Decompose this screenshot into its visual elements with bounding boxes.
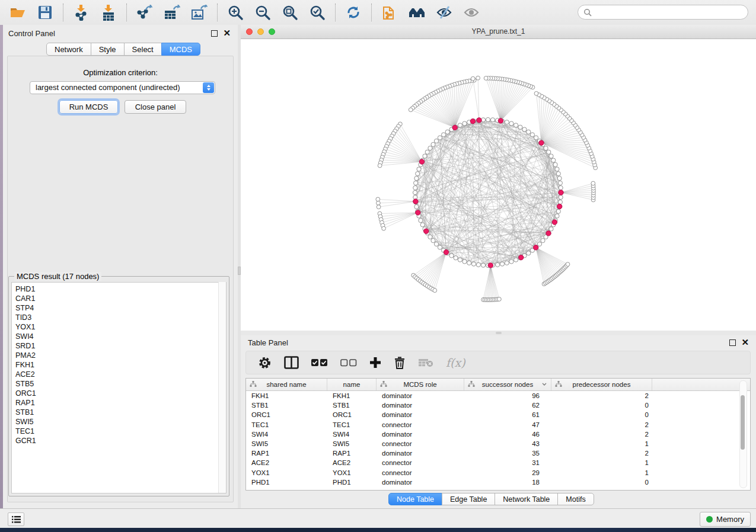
table-row[interactable]: STB1STB1dominator620 (246, 400, 750, 410)
table-cell: SWI5 (327, 440, 377, 447)
close-panel-icon[interactable]: ✕ (741, 339, 749, 345)
tab-edge-table[interactable]: Edge Table (442, 493, 495, 505)
refresh-layout-icon[interactable] (344, 4, 362, 21)
tab-network[interactable]: Network (46, 43, 91, 56)
hide-selected-icon[interactable] (435, 4, 453, 21)
network-graph[interactable] (241, 39, 756, 331)
close-window-icon[interactable] (246, 28, 253, 35)
mcds-result-item[interactable]: CAR1 (15, 294, 226, 303)
mcds-result-item[interactable]: ORC1 (15, 389, 226, 398)
mcds-list-scrollbar[interactable] (218, 282, 226, 493)
export-network-icon[interactable] (136, 4, 154, 21)
task-history-button[interactable] (8, 512, 24, 526)
table-row[interactable]: ACE2ACE2connector311 (246, 458, 750, 467)
add-column-icon[interactable] (369, 357, 381, 368)
maximize-window-icon[interactable] (269, 28, 275, 35)
mcds-result-item[interactable]: SRD1 (15, 341, 226, 351)
table-cell: connector (377, 440, 464, 447)
table-row[interactable]: YOX1YOX1connector291 (246, 468, 750, 477)
float-window-icon[interactable] (211, 30, 218, 37)
column-header-shared-name[interactable]: shared name (246, 379, 327, 390)
close-panel-icon[interactable]: ✕ (223, 30, 231, 36)
mcds-result-item[interactable]: TEC1 (15, 427, 226, 436)
mcds-result-item[interactable]: ACE2 (15, 370, 226, 379)
table-row[interactable]: ORC1ORC1dominator610 (246, 410, 750, 419)
float-window-icon[interactable] (729, 339, 736, 346)
mcds-result-item[interactable]: FKH1 (15, 360, 226, 370)
table-row[interactable]: TEC1TEC1connector472 (246, 420, 750, 430)
deselect-all-icon[interactable] (340, 358, 357, 367)
mcds-result-item[interactable]: RAP1 (15, 398, 226, 408)
close-panel-button[interactable]: Close panel (125, 100, 186, 114)
export-table-icon[interactable] (163, 4, 181, 21)
table-row[interactable]: FKH1FKH1dominator962 (246, 391, 750, 400)
zoom-out-icon[interactable] (254, 4, 272, 21)
table-settings-gear-icon[interactable] (258, 356, 272, 370)
tab-select[interactable]: Select (124, 43, 162, 56)
table-cell: TEC1 (327, 421, 377, 428)
mcds-result-item[interactable]: SWI4 (15, 332, 226, 341)
mcds-result-item[interactable]: PMA2 (15, 351, 226, 360)
column-header-MCDS-role[interactable]: MCDS role (377, 379, 464, 390)
zoom-in-icon[interactable] (227, 4, 244, 21)
tab-style[interactable]: Style (91, 43, 125, 56)
mcds-result-item[interactable]: YOX1 (15, 322, 226, 332)
delete-column-trash-icon[interactable] (394, 356, 406, 369)
mcds-result-list[interactable]: PHD1CAR1STP4TID3YOX1SWI4SRD1PMA2FKH1ACE2… (11, 282, 227, 493)
search-network-icon[interactable] (408, 4, 426, 21)
zoom-selected-icon[interactable] (308, 4, 326, 21)
mcds-result-item[interactable]: TID3 (15, 313, 226, 322)
show-hidden-icon[interactable] (462, 4, 480, 21)
tab-node-table[interactable]: Node Table (388, 493, 442, 505)
save-session-icon[interactable] (36, 4, 54, 21)
scrollbar-thumb[interactable] (741, 395, 745, 450)
table-cell: ACE2 (246, 459, 327, 466)
network-search-field[interactable] (578, 5, 748, 20)
network-canvas[interactable] (241, 39, 756, 331)
table-panel-title: Table Panel (241, 338, 288, 347)
column-header-name[interactable]: name (327, 379, 377, 390)
share-document-icon[interactable] (381, 4, 398, 21)
mcds-result-item[interactable]: STB5 (15, 379, 226, 389)
tab-motifs[interactable]: Motifs (557, 493, 594, 505)
table-cell: dominator (377, 431, 464, 438)
table-panel-tabs: Node TableEdge TableNetwork TableMotifs (389, 493, 594, 505)
show-columns-icon[interactable] (284, 356, 299, 369)
import-network-icon[interactable] (72, 4, 90, 21)
network-window-titlebar[interactable]: YPA_prune.txt_1 (241, 25, 756, 39)
table-cell: PHD1 (246, 479, 327, 486)
select-all-icon[interactable] (311, 358, 328, 367)
criterion-dropdown[interactable]: largest connected component (undirected) (30, 81, 215, 94)
mcds-result-item[interactable]: PHD1 (15, 284, 226, 294)
mcds-result-item[interactable]: GCR1 (15, 436, 226, 446)
table-row[interactable]: RAP1RAP1dominator352 (246, 448, 750, 458)
tab-mcds[interactable]: MCDS (161, 43, 200, 56)
memory-button[interactable]: Memory (700, 512, 751, 527)
table-row[interactable]: PHD1PHD1dominator180 (246, 477, 750, 487)
tab-network-table[interactable]: Network Table (495, 493, 558, 505)
search-input[interactable] (592, 8, 748, 17)
run-mcds-button[interactable]: Run MCDS (59, 100, 118, 114)
column-header-predecessor-nodes[interactable]: predecessor nodes (551, 379, 652, 390)
horizontal-splitter[interactable] (241, 331, 756, 335)
network-window-title: YPA_prune.txt_1 (472, 27, 525, 36)
open-session-icon[interactable] (9, 4, 27, 21)
table-cell: 0 (551, 411, 652, 418)
table-cell: dominator (377, 479, 464, 486)
mcds-result-item[interactable]: SWI5 (15, 417, 226, 427)
function-builder-icon[interactable]: f(x) (446, 356, 465, 369)
table-row[interactable]: SWI5SWI5connector431 (246, 439, 750, 448)
splitter-handle[interactable] (496, 332, 502, 334)
table-scrollbar[interactable] (739, 380, 747, 488)
mcds-result-item[interactable]: STB1 (15, 408, 226, 417)
import-table-icon[interactable] (100, 4, 117, 21)
delete-table-icon[interactable] (418, 357, 433, 368)
table-row[interactable]: SWI4SWI4dominator462 (246, 430, 750, 439)
table-cell: 1 (551, 469, 652, 476)
column-header-successor-nodes[interactable]: successor nodes (464, 379, 551, 390)
zoom-fit-icon[interactable] (281, 4, 299, 21)
mcds-result-item[interactable]: STP4 (15, 303, 226, 313)
export-image-icon[interactable] (190, 4, 208, 21)
table-cell: STB1 (327, 402, 377, 409)
minimize-window-icon[interactable] (257, 28, 264, 35)
